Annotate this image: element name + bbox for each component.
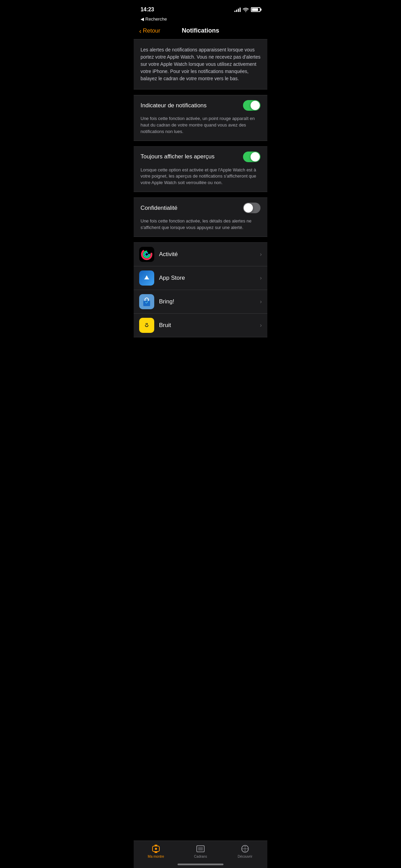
info-text: Les alertes de notifications apparaissen… [141,46,260,82]
app-icon-activite [139,247,154,262]
wifi-icon [243,7,249,12]
toggle-row-privacy: Confidentialité [134,198,267,218]
app-list: Activité › App Store › [134,242,267,337]
svg-rect-4 [143,301,150,306]
info-section: Les alertes de notifications apparaissen… [134,39,267,89]
back-arrow-small: ◀ [141,16,144,22]
chevron-right-icon-bruit: › [260,322,262,329]
toggle-label-privacy: Confidentialité [141,205,178,212]
bruit-logo-icon [142,321,151,330]
activity-rings-icon [141,248,153,261]
status-right [234,7,260,12]
status-bar: 14:23 [134,0,267,16]
toggle-label-show-previews: Toujours afficher les aperçus [141,153,215,160]
toggle-desc-notification-indicator: Une fois cette fonction activée, un poin… [134,116,267,141]
list-item-appstore[interactable]: App Store › [134,266,267,290]
app-name-bruit: Bruit [159,322,260,329]
chevron-right-icon-bring: › [260,298,262,305]
toggle-row-show-previews: Toujours afficher les aperçus [134,147,267,167]
app-icon-bruit [139,318,154,333]
appstore-logo-icon [142,273,151,283]
list-item-activite[interactable]: Activité › [134,243,267,266]
signal-icon [234,8,241,12]
svg-point-5 [143,322,150,329]
toggle-desc-privacy: Une fois cette fonction activée, les dét… [134,218,267,237]
svg-point-3 [145,253,148,256]
recherche-label: Recherche [145,16,167,22]
toggle-knob-3 [244,203,253,213]
bring-logo-icon [142,297,152,307]
back-chevron-icon: ‹ [139,27,142,34]
app-icon-bring [139,294,154,309]
battery-icon [251,7,260,12]
svg-point-0 [245,11,246,12]
toggle-knob-2 [251,152,260,161]
nav-header: ‹ Retour Notifications [134,24,267,39]
app-name-appstore: App Store [159,275,260,281]
toggle-section-show-previews: Toujours afficher les aperçus Lorsque ce… [134,146,267,192]
list-item-bruit[interactable]: Bruit › [134,314,267,337]
toggle-switch-notification-indicator[interactable] [243,100,260,111]
chevron-right-icon-appstore: › [260,275,262,281]
toggle-label-notification-indicator: Indicateur de notifications [141,102,207,109]
toggle-switch-show-previews[interactable] [243,152,260,162]
toggle-section-notification-indicator: Indicateur de notifications Une fois cet… [134,95,267,141]
toggle-switch-privacy[interactable] [243,203,260,213]
list-item-bring[interactable]: Bring! › [134,290,267,314]
status-time: 14:23 [141,7,154,13]
toggle-row-notification-indicator: Indicateur de notifications [134,95,267,116]
toggle-section-privacy: Confidentialité Une fois cette fonction … [134,197,267,237]
chevron-right-icon-activite: › [260,251,262,258]
app-name-activite: Activité [159,251,260,258]
back-label: Retour [143,27,160,34]
sub-status-bar: ◀ Recherche [134,16,267,24]
scroll-content: Les alertes de notifications apparaissen… [134,39,267,372]
toggle-desc-show-previews: Lorsque cette option est activée et que … [134,167,267,192]
toggle-knob [251,101,260,110]
back-button[interactable]: ‹ Retour [139,27,160,34]
page-title: Notifications [182,27,219,34]
app-name-bring: Bring! [159,298,260,305]
app-icon-appstore [139,270,154,286]
